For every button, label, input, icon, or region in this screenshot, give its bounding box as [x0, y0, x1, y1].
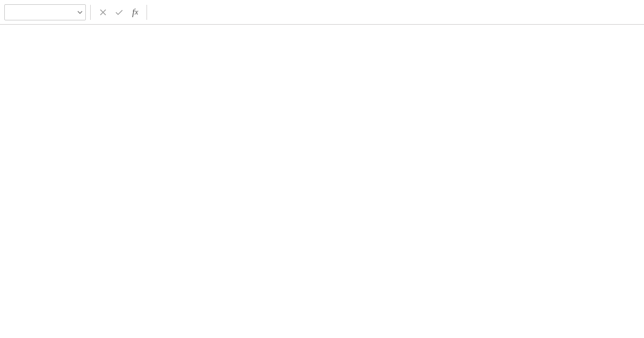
spreadsheet-grid[interactable]	[0, 25, 644, 338]
fx-button[interactable]: fx	[128, 7, 142, 18]
name-box-dropdown[interactable]	[74, 9, 85, 16]
formula-bar: fx	[0, 0, 644, 25]
name-box-wrap	[4, 4, 86, 20]
chevron-down-icon	[77, 9, 83, 16]
formula-input[interactable]	[152, 6, 640, 18]
divider	[90, 5, 91, 20]
cancel-button[interactable]	[96, 5, 110, 20]
enter-button[interactable]	[112, 5, 126, 20]
name-box[interactable]	[5, 6, 74, 18]
x-icon	[99, 9, 107, 16]
check-icon	[115, 9, 123, 16]
divider	[147, 5, 147, 20]
